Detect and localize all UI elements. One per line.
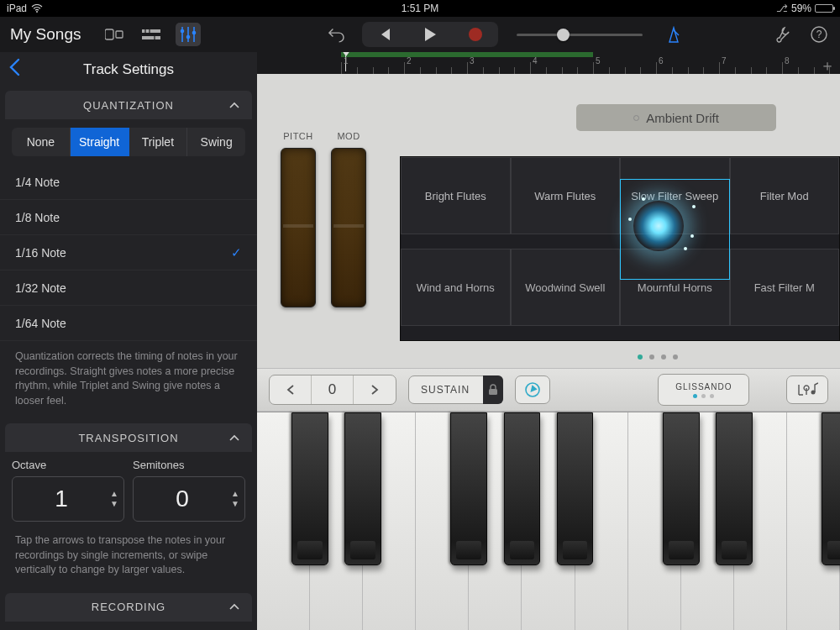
master-volume-slider[interactable]	[517, 34, 643, 36]
metronome-button[interactable]	[661, 23, 686, 46]
arrow-down-icon[interactable]: ▼	[231, 500, 239, 508]
record-button[interactable]	[453, 22, 498, 47]
pitch-label: PITCH	[283, 131, 313, 141]
track-settings-panel: Track Settings QUANTIZATION None Straigh…	[0, 52, 257, 630]
black-key[interactable]	[450, 412, 487, 565]
cycle-region[interactable]	[341, 52, 593, 57]
octave-shift-control: 0	[269, 375, 396, 405]
arpeggiator-button[interactable]	[515, 375, 550, 404]
svg-rect-5	[144, 29, 146, 33]
settings-wrench-icon[interactable]	[769, 23, 795, 46]
arrow-up-icon[interactable]: ▲	[231, 490, 239, 498]
battery-icon	[815, 4, 833, 13]
go-to-start-button[interactable]	[362, 22, 407, 47]
list-item[interactable]: 1/8 Note	[0, 200, 257, 235]
ruler-subtick	[640, 67, 641, 74]
sound-pad[interactable]: Woodwind Swell	[511, 249, 621, 326]
svg-point-0	[36, 11, 38, 13]
ruler-subtick	[735, 67, 736, 74]
mod-wheel[interactable]	[331, 148, 366, 307]
back-to-songs[interactable]: My Songs	[10, 25, 90, 44]
sustain-button[interactable]: SUSTAIN	[408, 375, 503, 404]
sound-pad[interactable]: Bright Flutes	[401, 157, 511, 234]
semitones-stepper[interactable]: 0 ▲▼	[133, 476, 245, 522]
scale-button[interactable]	[786, 375, 828, 404]
view-mixer-icon[interactable]	[139, 23, 164, 46]
quantization-header[interactable]: QUANTIZATION	[5, 91, 252, 119]
sound-pad[interactable]: Slow Filter Sweep	[620, 157, 730, 234]
view-tracks-icon[interactable]	[102, 23, 127, 46]
keyboard-mode-button[interactable]: GLISSANDO	[658, 374, 749, 406]
sound-pad[interactable]: Wind and Horns	[401, 249, 511, 326]
ruler-subtick	[499, 67, 500, 74]
svg-point-10	[192, 31, 197, 35]
back-button[interactable]	[8, 58, 29, 81]
seg-none[interactable]: None	[12, 128, 71, 156]
transposition-header[interactable]: TRANSPOSITION	[5, 423, 252, 452]
chevron-up-icon	[228, 99, 240, 112]
ruler-subtick	[688, 67, 689, 74]
pitch-wheel[interactable]	[281, 148, 316, 307]
list-item[interactable]: 1/4 Note	[0, 165, 257, 200]
help-button[interactable]: ?	[806, 23, 832, 46]
ruler-subtick	[798, 67, 799, 74]
timeline-ruler[interactable]: ＋ 123456789	[257, 52, 840, 74]
sound-pad[interactable]: Filter Mod	[730, 157, 840, 234]
svg-rect-1	[105, 29, 113, 39]
arrow-up-icon[interactable]: ▲	[110, 490, 118, 498]
quantization-help-text: Quantization corrects the timing of note…	[0, 341, 257, 420]
checkmark-icon: ✓	[231, 245, 242, 260]
list-item[interactable]: 1/32 Note	[0, 270, 257, 306]
quantization-note-list: 1/4 Note 1/8 Note 1/16 Note✓ 1/32 Note 1…	[0, 165, 257, 341]
keyboard-control-strip: 0 SUSTAIN GLISSANDO	[257, 368, 840, 412]
ruler-subtick	[703, 67, 704, 74]
black-key[interactable]	[291, 412, 328, 565]
seg-swing[interactable]: Swing	[187, 128, 245, 156]
black-key[interactable]	[557, 412, 594, 565]
octave-up-button[interactable]	[354, 375, 396, 404]
svg-point-9	[186, 35, 191, 39]
app-toolbar: My Songs ?	[0, 17, 840, 52]
add-section-button[interactable]: ＋	[820, 55, 835, 76]
instrument-area: ＋ 123456789 Ambient Drift PITCH MOD Brig…	[257, 52, 840, 630]
sound-pad[interactable]: Fast Filter M	[730, 249, 840, 326]
track-settings-button[interactable]	[176, 23, 201, 46]
list-item[interactable]: 1/64 Note	[0, 306, 257, 341]
battery-pct: 59%	[791, 3, 811, 14]
arrow-down-icon[interactable]: ▼	[110, 500, 118, 508]
sound-pad[interactable]: Mournful Horns	[620, 249, 730, 326]
list-item[interactable]: 1/16 Note✓	[0, 235, 257, 270]
ruler-subtick	[420, 67, 421, 74]
black-key[interactable]	[663, 412, 700, 565]
svg-rect-6	[149, 29, 150, 33]
ruler-tick	[782, 62, 783, 74]
black-key[interactable]	[344, 412, 381, 565]
black-key[interactable]	[504, 412, 541, 565]
piano-keyboard[interactable]: C2 C3	[257, 412, 840, 630]
black-key[interactable]	[716, 412, 753, 565]
ruler-number: 4	[533, 56, 538, 66]
play-button[interactable]	[407, 22, 453, 47]
undo-button[interactable]	[325, 23, 350, 46]
status-bar: iPad 1:51 PM ⎇ 59%	[0, 0, 840, 17]
mod-label: MOD	[337, 131, 360, 141]
svg-rect-14	[489, 389, 497, 395]
ruler-subtick	[751, 67, 752, 74]
black-key[interactable]	[822, 412, 840, 565]
seg-straight[interactable]: Straight	[71, 128, 129, 156]
seg-triplet[interactable]: Triplet	[129, 128, 188, 156]
semitones-label: Semitones	[133, 459, 245, 471]
svg-rect-7	[154, 36, 155, 39]
ruler-subtick	[514, 67, 515, 74]
octave-label: Octave	[12, 459, 124, 471]
octave-down-button[interactable]	[270, 375, 312, 404]
octave-stepper[interactable]: 1 ▲▼	[12, 476, 124, 522]
preset-selector[interactable]: Ambient Drift	[576, 104, 776, 131]
recording-header[interactable]: RECORDING	[5, 593, 252, 622]
pad-page-dots[interactable]	[257, 351, 840, 368]
octave-value: 0	[312, 375, 354, 404]
quantization-mode-seg: None Straight Triplet Swing	[12, 128, 245, 156]
ruler-subtick	[357, 67, 358, 74]
sound-pad[interactable]: Warm Flutes	[511, 157, 621, 234]
svg-text:?: ?	[816, 29, 822, 40]
